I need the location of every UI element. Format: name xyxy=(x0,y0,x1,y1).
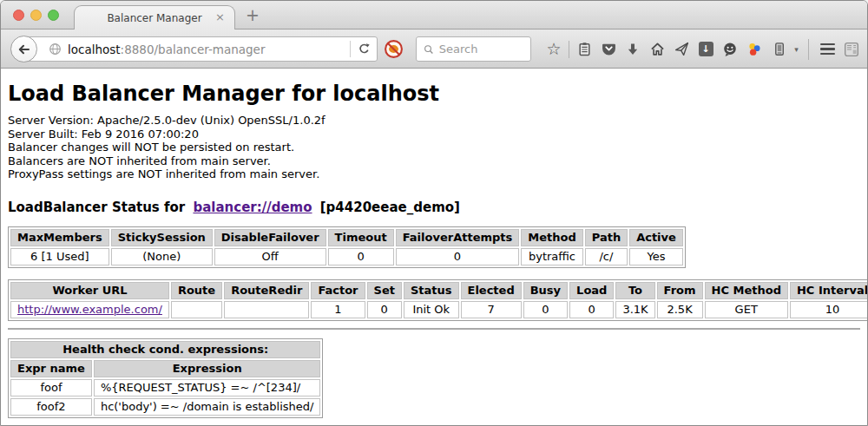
window-minimize-button[interactable] xyxy=(30,10,42,21)
url-bar[interactable]: localhost:8880/balancer-manager xyxy=(24,36,378,62)
col-status: Status xyxy=(404,282,459,299)
cell-maxmembers: 6 [1 Used] xyxy=(10,248,109,265)
tab-close-icon[interactable]: × xyxy=(215,10,225,23)
col-factor: Factor xyxy=(311,282,365,299)
cell-factor: 1 xyxy=(311,301,365,318)
plugin-blocked-icon[interactable] xyxy=(384,39,404,62)
col-hc-method: HC Method xyxy=(705,282,788,299)
navigation-toolbar: localhost:8880/balancer-manager xyxy=(1,29,867,69)
col-method: Method xyxy=(521,229,582,246)
toolbar-divider xyxy=(808,39,809,60)
new-tab-button[interactable]: + xyxy=(246,5,260,24)
back-arrow-icon xyxy=(16,43,31,56)
toolbar-icons: ☆ xyxy=(542,29,864,69)
panel-extension-icon[interactable] xyxy=(766,42,791,56)
status-heading-prefix: LoadBalancer Status for xyxy=(8,200,189,215)
col-active: Active xyxy=(629,229,683,246)
col-hc-interval: HC Interval xyxy=(790,282,867,299)
download-helper-icon[interactable]: ↓ xyxy=(694,42,718,56)
toolbar-divider xyxy=(569,41,569,58)
cell-active: Yes xyxy=(629,248,683,265)
cell-set: 0 xyxy=(367,301,402,318)
page-content: Load Balancer Manager for localhost Serv… xyxy=(1,69,867,426)
window-zoom-button[interactable] xyxy=(48,10,59,21)
col-timeout: Timeout xyxy=(328,229,394,246)
menu-hamburger-icon[interactable] xyxy=(815,43,839,56)
col-load: Load xyxy=(569,282,614,299)
persist-notice-line: Balancer changes will NOT be persisted o… xyxy=(8,141,860,154)
reload-icon xyxy=(358,43,371,56)
balancer-demo-link[interactable]: balancer://demo xyxy=(193,200,312,215)
cell-expr-name: foof2 xyxy=(10,398,92,416)
downloads-icon[interactable] xyxy=(621,43,645,56)
cell-path: /c/ xyxy=(585,248,628,265)
bookmark-star-icon[interactable]: ☆ xyxy=(542,41,566,57)
back-button[interactable] xyxy=(10,36,37,62)
balancers-notice-line: Balancers are NOT inherited from main se… xyxy=(8,154,860,168)
balancer-params-table: MaxMembers StickySession DisableFailover… xyxy=(8,226,686,268)
cell-stickysession: (None) xyxy=(111,248,213,265)
health-title-row: Health check cond. expressions: xyxy=(10,341,320,358)
health-table-title: Health check cond. expressions: xyxy=(10,341,320,358)
col-to: To xyxy=(615,282,654,299)
search-bar[interactable] xyxy=(416,36,531,62)
cell-expression: %{REQUEST_STATUS} =~ /^[234]/ xyxy=(94,379,321,397)
col-expr-name: Expr name xyxy=(10,360,92,377)
cell-routeredir xyxy=(224,301,309,318)
col-expression: Expression xyxy=(94,360,321,377)
cell-hc-interval: 10 xyxy=(790,301,867,318)
page-title: Load Balancer Manager for localhost xyxy=(8,82,860,106)
cell-timeout: 0 xyxy=(328,248,394,265)
url-path: :8880/balancer-manager xyxy=(121,43,266,56)
colored-dots-extension-icon[interactable] xyxy=(742,42,766,57)
col-maxmembers: MaxMembers xyxy=(10,229,109,246)
col-disablefailover: DisableFailover xyxy=(214,229,326,246)
worker-row: http://www.example.com/ 1 0 Init Ok 7 0 … xyxy=(10,301,867,318)
col-elected: Elected xyxy=(461,282,522,299)
search-icon xyxy=(424,43,434,56)
cell-disablefailover: Off xyxy=(214,248,326,265)
tab-balancer-manager[interactable]: Balancer Manager × xyxy=(74,5,235,29)
search-input[interactable] xyxy=(439,43,523,56)
col-stickysession: StickySession xyxy=(111,229,213,246)
cell-load: 0 xyxy=(569,301,614,318)
health-row: foof2 hc('body') =~ /domain is establish… xyxy=(10,398,320,416)
col-worker-url: Worker URL xyxy=(10,282,169,299)
cell-failoverattempts: 0 xyxy=(396,248,520,265)
health-check-table: Health check cond. expressions: Expr nam… xyxy=(8,338,323,418)
cell-worker-url: http://www.example.com/ xyxy=(10,301,169,318)
worker-header-row: Worker URL Route RouteRedir Factor Set S… xyxy=(10,282,867,299)
col-from: From xyxy=(657,282,703,299)
reading-list-icon[interactable] xyxy=(572,42,596,56)
cell-status: Init Ok xyxy=(404,301,459,318)
cell-hc-method: GET xyxy=(705,301,788,318)
loadbalancer-status-heading: LoadBalancer Status for balancer://demo … xyxy=(8,200,860,215)
reload-button[interactable] xyxy=(351,43,377,56)
download-badge-arrow-icon: ↓ xyxy=(699,42,713,56)
balancer-params-header-row: MaxMembers StickySession DisableFailover… xyxy=(10,229,683,246)
proxypass-notice-line: ProxyPass settings are NOT inherited fro… xyxy=(8,167,860,181)
cell-elected: 7 xyxy=(461,301,522,318)
send-page-icon[interactable] xyxy=(669,42,694,56)
col-route: Route xyxy=(171,282,222,299)
worker-url-link[interactable]: http://www.example.com/ xyxy=(17,303,162,316)
home-icon[interactable] xyxy=(645,42,669,56)
tab-bar: Balancer Manager × + xyxy=(1,1,867,29)
col-busy: Busy xyxy=(523,282,568,299)
pocket-icon[interactable] xyxy=(596,42,621,56)
col-path: Path xyxy=(585,229,628,246)
worker-table: Worker URL Route RouteRedir Factor Set S… xyxy=(8,279,867,321)
cell-busy: 0 xyxy=(523,301,568,318)
server-built-line: Server Built: Feb 9 2016 07:00:20 xyxy=(8,128,860,141)
health-header-row: Expr name Expression xyxy=(10,360,320,377)
cell-from: 2.5K xyxy=(657,301,703,318)
server-info: Server Version: Apache/2.5.0-dev (Unix) … xyxy=(8,114,860,181)
tab-groups-icon[interactable] xyxy=(839,42,864,57)
health-row: foof %{REQUEST_STATUS} =~ /^[234]/ xyxy=(10,379,320,397)
col-failoverattempts: FailoverAttempts xyxy=(396,229,520,246)
window-close-button[interactable] xyxy=(13,10,24,21)
url-domain: localhost xyxy=(68,43,121,56)
overflow-caret-icon[interactable]: ▾ xyxy=(791,45,802,54)
cell-method: bytraffic xyxy=(521,248,582,265)
chat-smiley-icon[interactable] xyxy=(718,42,742,57)
